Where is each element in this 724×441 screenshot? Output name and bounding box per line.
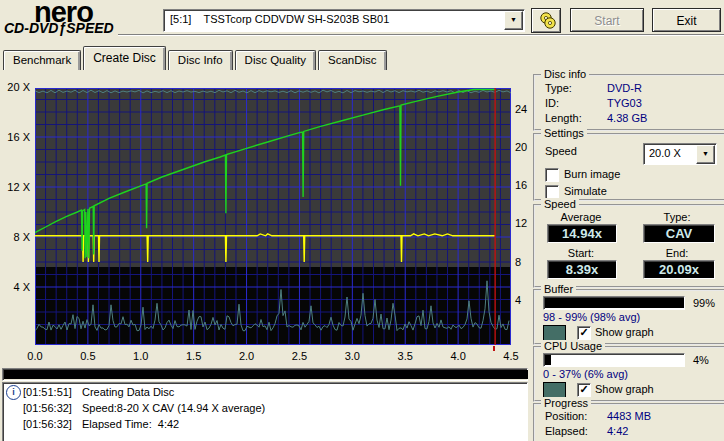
simulate-checkbox[interactable] <box>545 185 559 199</box>
cpu-bar <box>543 353 685 367</box>
group-title: Speed <box>541 198 579 210</box>
buffer-color-swatch[interactable] <box>543 325 566 341</box>
group-title: Buffer <box>541 283 576 295</box>
buffer-bar <box>543 296 685 310</box>
end-label: End: <box>637 247 717 259</box>
tab-disc-info[interactable]: Disc Info <box>168 50 233 70</box>
burn-image-checkbox[interactable] <box>545 168 559 182</box>
x-axis-tick: 4.5 <box>496 350 526 362</box>
elapsed-value: 4:42 <box>607 425 628 437</box>
disc-type-value: DVD-R <box>607 82 642 94</box>
log-message: Creating Data Disc <box>82 386 174 398</box>
y-axis-left-tick: 12 X <box>0 181 30 193</box>
x-axis-tick: 0.5 <box>73 350 103 362</box>
buffer-show-graph-label: Show graph <box>595 326 654 338</box>
x-axis-tick: 3.0 <box>337 350 367 362</box>
x-axis-tick: 2.5 <box>284 350 314 362</box>
position-value: 4483 MB <box>607 410 651 422</box>
tab-create-disc[interactable]: Create Disc <box>83 46 166 70</box>
log-message: Speed:8-20 X CAV (14.94 X average) <box>82 402 265 414</box>
x-axis-tick: 2.0 <box>232 350 262 362</box>
x-axis-tick: 1.0 <box>126 350 156 362</box>
cpu-range: 0 - 37% (6% avg) <box>543 368 628 380</box>
log-time: [01:56:32] <box>23 402 72 414</box>
log-message: Elapsed Time: 4:42 <box>82 418 179 430</box>
app-window: nero CD-DVDƒSPEED [5:1] TSSTcorp CDDVDW … <box>0 0 724 441</box>
panel-speed: Speed Average Type: 14.94x CAV Start: En… <box>533 204 724 288</box>
disc-id-value: TYG03 <box>607 97 642 109</box>
log-time: [01:51:51] <box>23 386 72 398</box>
tab-bar: BenchmarkCreate DiscDisc InfoDisc Qualit… <box>3 47 389 70</box>
x-axis-tick: 1.5 <box>179 350 209 362</box>
type-label: Type: <box>637 211 717 223</box>
tab-disc-quality[interactable]: Disc Quality <box>235 50 316 70</box>
panel-settings: Settings Speed 20.0 X ▼ Burn image Simul… <box>533 133 724 201</box>
panel-buffer: Buffer 99% 98 - 99% (98% avg) ✓ Show gra… <box>533 289 724 345</box>
header-divider <box>118 34 724 36</box>
disc-length-label: Length: <box>545 112 582 124</box>
buffer-range: 98 - 99% (98% avg) <box>543 311 640 323</box>
eject-button[interactable] <box>531 8 561 33</box>
y-axis-left-tick: 16 X <box>0 131 30 143</box>
burn-image-label: Burn image <box>564 168 620 180</box>
disc-length-value: 4.38 GB <box>607 112 647 124</box>
group-title: Progress <box>541 397 591 409</box>
y-axis-left-tick: 20 X <box>0 81 30 93</box>
write-speed-chart <box>35 88 511 345</box>
y-axis-left-tick: 4 X <box>0 281 30 293</box>
drive-selector-value: [5:1] TSSTcorp CDDVDW SH-S203B SB01 <box>170 13 389 25</box>
speed-select-value: 20.0 X <box>649 147 681 159</box>
x-axis-tick: 3.5 <box>390 350 420 362</box>
operation-progress-fill <box>4 370 528 379</box>
log-line: [01:56:32]Elapsed Time: 4:42 <box>3 415 527 431</box>
position-label: Position: <box>545 410 587 422</box>
speed-label: Speed <box>545 145 577 157</box>
tab-scandisc[interactable]: ScanDisc <box>318 50 387 70</box>
group-title: CPU Usage <box>541 340 605 352</box>
tab-benchmark[interactable]: Benchmark <box>3 50 81 70</box>
cpu-bar-fill <box>545 355 551 365</box>
info-icon: i <box>6 385 21 400</box>
chevron-down-icon[interactable]: ▼ <box>504 11 523 30</box>
start-button[interactable]: Start <box>570 8 644 32</box>
log-time: [01:56:32] <box>23 418 72 430</box>
buffer-bar-fill <box>545 298 684 308</box>
cpu-percent: 4% <box>693 354 709 366</box>
log-line: [01:56:32]Speed:8-20 X CAV (14.94 X aver… <box>3 399 527 415</box>
buffer-show-graph-checkbox[interactable]: ✓ <box>577 326 591 340</box>
panel-disc-info: Disc info Type: DVD-R ID: TYG03 Length: … <box>533 74 724 131</box>
simulate-label: Simulate <box>564 185 607 197</box>
average-label: Average <box>541 211 621 223</box>
end-marker-tick <box>493 346 495 351</box>
speed-select[interactable]: 20.0 X ▼ <box>643 143 717 165</box>
type-value-lcd: CAV <box>643 224 715 243</box>
discs-icon <box>538 12 558 29</box>
cpu-show-graph-checkbox[interactable]: ✓ <box>577 383 591 397</box>
buffer-percent: 99% <box>693 297 715 309</box>
exit-button[interactable]: Exit <box>652 8 721 32</box>
elapsed-label: Elapsed: <box>545 425 588 437</box>
log-line: i[01:51:51]Creating Data Disc <box>3 383 527 399</box>
end-value-lcd: 20.09x <box>643 260 715 279</box>
chevron-down-icon[interactable]: ▼ <box>696 145 715 164</box>
group-title: Disc info <box>541 68 589 80</box>
x-axis-tick: 4.0 <box>443 350 473 362</box>
disc-id-label: ID: <box>545 97 559 109</box>
drive-selector[interactable]: [5:1] TSSTcorp CDDVDW SH-S203B SB01 ▼ <box>163 9 525 32</box>
average-value-lcd: 14.94x <box>547 224 617 243</box>
cpu-show-graph-label: Show graph <box>595 383 654 395</box>
cpu-color-swatch[interactable] <box>543 382 566 398</box>
panel-cpu: CPU Usage 4% 0 - 37% (6% avg) ✓ Show gra… <box>533 346 724 402</box>
cd-dvd-speed-logo: CD-DVDƒSPEED <box>4 20 114 36</box>
chart-area: 20 X16 X12 X8 X4 X 2420161284 0.00.51.01… <box>0 74 532 374</box>
panel-progress: Progress Position: 4483 MB Elapsed: 4:42 <box>533 403 724 441</box>
start-value-lcd: 8.39x <box>547 260 617 279</box>
disc-type-label: Type: <box>545 82 572 94</box>
x-axis-tick: 0.0 <box>20 350 50 362</box>
y-axis-left-tick: 8 X <box>0 231 30 243</box>
start-label: Start: <box>541 247 621 259</box>
log-box: i[01:51:51]Creating Data Disc[01:56:32]S… <box>2 382 528 441</box>
operation-progress-bar <box>2 368 528 381</box>
group-title: Settings <box>541 127 587 139</box>
